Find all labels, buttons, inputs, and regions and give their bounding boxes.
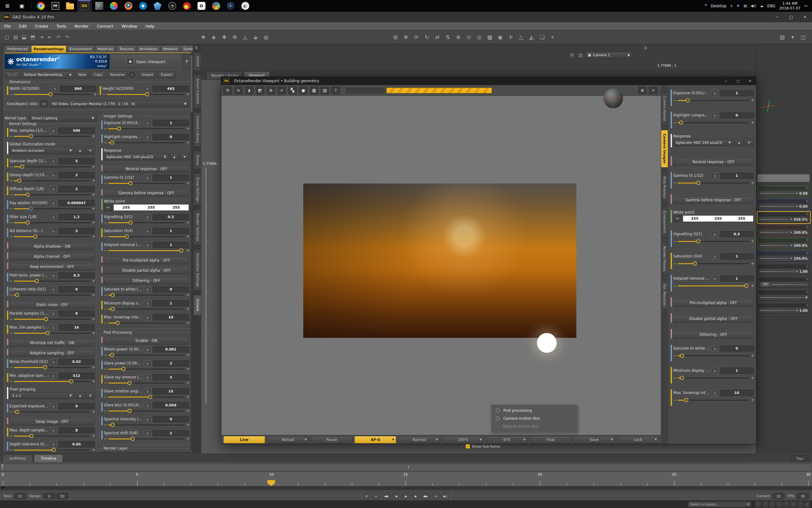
slider-decrement[interactable]: − (104, 423, 106, 427)
reset-icon[interactable]: ◇ (49, 128, 57, 134)
slider-increment[interactable]: + (186, 381, 189, 385)
param-value[interactable]: 3 (153, 374, 189, 380)
toggle-button[interactable]: Pre-multiplied alpha - OFF (673, 299, 754, 307)
param-value[interactable]: 15 (153, 388, 189, 394)
slider-decrement[interactable]: − (9, 365, 12, 370)
parameter-slider-row[interactable]: ⚙✦0.00 (757, 186, 810, 197)
reset-icon[interactable]: ◇ (144, 120, 152, 126)
slider-handle[interactable] (15, 293, 19, 297)
slider-handle[interactable] (128, 409, 132, 413)
param-value[interactable]: 5 (58, 158, 95, 164)
spin-up-icon[interactable]: ▲ (76, 392, 84, 399)
close-icon[interactable]: ✕ (798, 14, 812, 19)
list-icon[interactable]: ≡ (234, 86, 243, 95)
slider-increment[interactable]: + (186, 140, 189, 145)
white-point-field[interactable]: 255255255 (683, 215, 754, 222)
param-value[interactable]: 1.2 (58, 214, 95, 220)
sidebar-item-simulation-settings[interactable]: Simulation Settings (194, 249, 201, 291)
fit-frame-icon[interactable]: ⌖ (649, 86, 658, 95)
reset-icon[interactable]: ◇ (49, 403, 57, 409)
new-file-icon[interactable]: ▢ (3, 32, 11, 42)
slider-track[interactable] (14, 194, 90, 195)
menu-item-post-processing[interactable]: Post processing (491, 407, 577, 414)
slider-track[interactable] (14, 281, 90, 282)
menu-file[interactable]: File (0, 24, 15, 29)
reset-icon[interactable]: ◇ (49, 373, 57, 379)
slider-decrement[interactable]: − (104, 248, 106, 253)
slider-increment[interactable]: + (751, 120, 754, 125)
slider-decrement[interactable]: − (104, 220, 106, 225)
volume-icon[interactable]: ◀)) (751, 4, 756, 8)
menu-window[interactable]: Window (118, 24, 141, 29)
range-end-value[interactable]: 30 (56, 493, 68, 499)
reset-icon[interactable]: ◇ (144, 134, 152, 140)
slider-track[interactable] (14, 236, 90, 237)
slider-decrement[interactable]: − (104, 409, 106, 413)
slider-decrement[interactable]: − (673, 284, 676, 288)
param-value[interactable]: 1 (720, 253, 754, 259)
param-value[interactable]: 0.02 (58, 359, 95, 365)
view-navigation-ball[interactable] (603, 89, 623, 108)
pane-options-icon[interactable]: ≣ (644, 46, 647, 50)
slider-increment[interactable]: + (92, 206, 95, 211)
crystal-app-taskbar-icon[interactable] (150, 0, 165, 12)
slider-decrement[interactable]: − (104, 126, 106, 131)
spot-render-icon[interactable]: △ (516, 32, 526, 42)
slider-increment[interactable]: + (92, 448, 95, 452)
open-file-icon[interactable]: ▤ (12, 32, 19, 42)
slider-increment[interactable]: + (92, 134, 95, 138)
slider-increment[interactable]: + (92, 331, 95, 335)
minimize-icon[interactable]: ─ (770, 14, 784, 19)
slider-handle[interactable] (110, 141, 114, 145)
slider-increment[interactable]: + (92, 293, 95, 297)
help-icon[interactable]: ? (331, 86, 340, 95)
slider-track[interactable] (108, 355, 184, 355)
slider-decrement[interactable]: − (104, 381, 106, 385)
new-node-icon[interactable]: ❖ (199, 32, 208, 42)
toggle-button[interactable]: Dithering - OFF (673, 331, 754, 339)
param-dropdown[interactable]: 2 x 2▼ (9, 392, 74, 399)
slider-decrement[interactable]: − (104, 353, 106, 357)
octane-render-area[interactable] (221, 96, 661, 435)
slider-track[interactable] (678, 241, 749, 242)
reset-icon[interactable]: ◇ (49, 214, 57, 220)
quick-slot-7[interactable]: 7 (797, 501, 803, 507)
slider-track[interactable] (14, 333, 90, 334)
sidebar-item-smart-content[interactable]: Smart Content (194, 75, 201, 108)
param-value[interactable]: 0 (153, 134, 189, 140)
menu-item-camera-motion-blur[interactable]: Camera motion blur (491, 414, 577, 422)
param-value[interactable]: 512 (58, 373, 95, 379)
task-view-icon[interactable]: ▣ (14, 0, 29, 12)
magnifier-icon[interactable]: ⊕ (638, 86, 647, 95)
slider-track[interactable] (14, 208, 90, 209)
reset-icon[interactable]: ◇ (711, 368, 719, 374)
reset-icon[interactable]: ◇ (144, 388, 152, 394)
total-frames-value[interactable]: 31 (14, 493, 26, 499)
aspect-presets-icon[interactable]: ≔ (40, 100, 48, 107)
reset-icon[interactable]: ◇ (49, 272, 57, 279)
reset-icon[interactable]: ◇ (711, 390, 719, 396)
white-point-field[interactable]: 255255255 (113, 204, 189, 211)
slider-decrement[interactable]: − (9, 293, 12, 297)
toggle-button[interactable]: Gamma before response - OFF (673, 196, 754, 204)
start-icon[interactable]: ⊞ (0, 0, 14, 12)
gear-icon[interactable]: ⚙ (806, 251, 809, 255)
reset-icon[interactable]: ◇ (711, 90, 719, 96)
slider-track[interactable] (678, 182, 749, 183)
slider-handle[interactable] (30, 434, 34, 438)
param-value[interactable]: 1 (720, 276, 754, 282)
slider-decrement[interactable]: − (9, 206, 12, 211)
slider-decrement[interactable]: − (104, 234, 106, 239)
save-icon[interactable]: ⬓ (20, 32, 28, 42)
reset-icon[interactable]: ◇ (711, 345, 719, 351)
spin-up-icon[interactable]: ▲ (170, 153, 179, 160)
rename-preset-button[interactable]: Rename (107, 71, 128, 78)
slider-decrement[interactable]: − (102, 92, 105, 96)
delete-preset-button[interactable]: ✕ (129, 72, 135, 78)
slider-decrement[interactable]: − (673, 120, 676, 125)
slider-handle[interactable] (51, 448, 55, 452)
scene-navigator-icon[interactable]: ⊞ (391, 32, 400, 42)
param-value[interactable]: 0 (153, 286, 189, 292)
slider-handle[interactable] (128, 221, 132, 225)
slider-track[interactable] (14, 450, 90, 451)
